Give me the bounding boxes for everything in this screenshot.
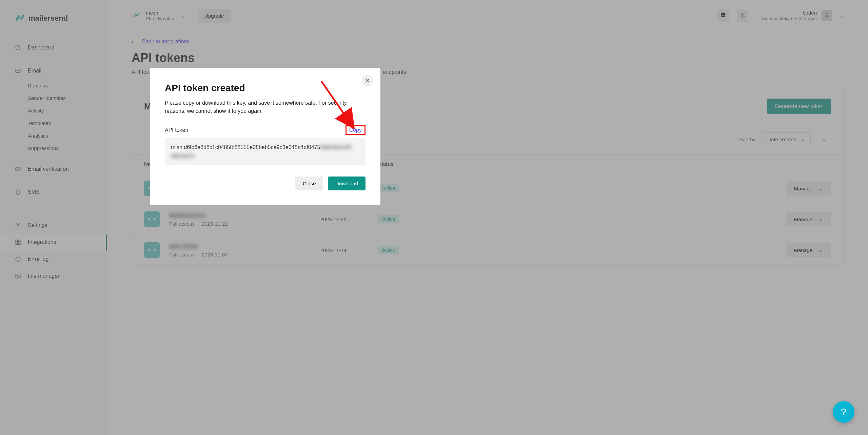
copy-button[interactable]: Copy xyxy=(346,125,366,135)
close-icon: ✕ xyxy=(365,77,370,84)
modal-overlay[interactable] xyxy=(0,0,868,435)
close-icon-button[interactable]: ✕ xyxy=(362,75,373,86)
help-button[interactable]: ? xyxy=(833,401,854,423)
help-icon: ? xyxy=(841,406,847,418)
close-button[interactable]: Close xyxy=(295,177,323,190)
modal-title: API token created xyxy=(165,83,366,94)
token-field-label: API token xyxy=(165,127,188,133)
token-value[interactable]: mlsn.d6fb6e8d8c1c0485fb88555e08beb5ce9b3… xyxy=(165,138,366,165)
modal-description: Please copy or download this key, and sa… xyxy=(165,99,366,115)
api-token-created-modal: ✕ API token created Please copy or downl… xyxy=(150,68,380,205)
download-button[interactable]: Download xyxy=(328,177,366,190)
